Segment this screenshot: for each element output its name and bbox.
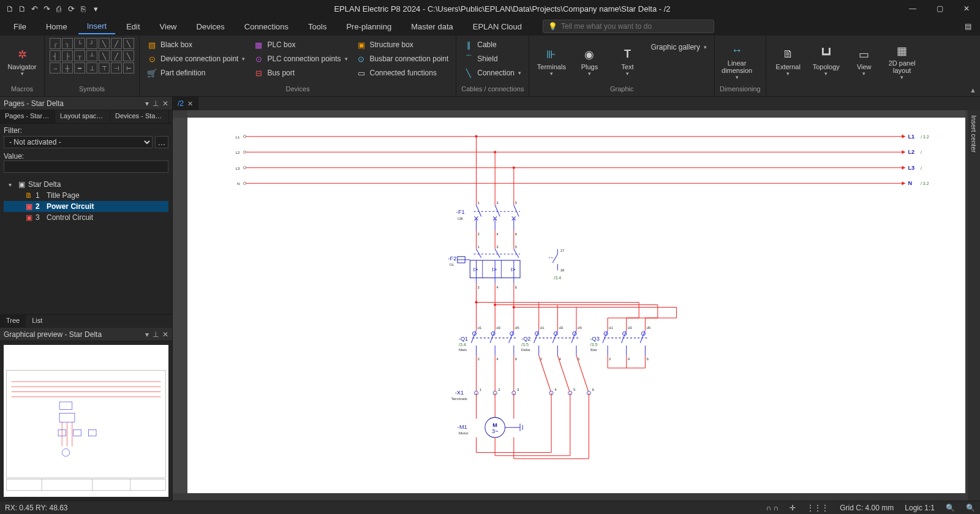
connected-functions-button[interactable]: ▭Connected functions — [354, 66, 451, 80]
grid-icon[interactable]: ⋮⋮⋮ — [807, 504, 829, 512]
crosshair-icon[interactable]: ✛ — [790, 504, 796, 512]
symbol-cell[interactable]: ├ — [62, 50, 73, 61]
structure-box-button[interactable]: ▣Structure box — [354, 38, 451, 51]
close-button[interactable]: ✕ — [953, 0, 980, 17]
preview-canvas[interactable] — [4, 345, 168, 497]
linear-dimension-button[interactable]: ↔Linear dimension▾ — [720, 38, 754, 82]
ribbon-collapse-icon[interactable]: ▲ — [970, 86, 976, 94]
qat-dropdown-icon[interactable]: ▾ — [91, 4, 100, 13]
tell-me-search[interactable]: 💡 — [543, 20, 714, 33]
symbol-cell[interactable]: ┌ — [50, 38, 61, 49]
snap-icon[interactable]: ∩ ∩ — [766, 504, 779, 512]
panel-pin-icon[interactable]: ⊥ — [153, 330, 159, 339]
qat-refresh-icon[interactable]: ⟳ — [66, 4, 76, 13]
tree-item-1[interactable]: 🗎 1 Title Page — [4, 190, 168, 201]
qat-redo-icon[interactable]: ↷ — [42, 4, 51, 13]
symbol-cell[interactable]: ┤ — [50, 50, 61, 61]
panel-2d-button[interactable]: ▦2D panel layout▾ — [885, 38, 919, 82]
footer-tab-tree[interactable]: Tree — [0, 315, 26, 328]
view-button[interactable]: ▭View▾ — [847, 38, 881, 82]
tab-tools[interactable]: Tools — [300, 20, 335, 34]
value-input[interactable] — [4, 161, 168, 173]
symbol-cell[interactable]: ┐ — [62, 38, 73, 49]
busbar-conn-point-button[interactable]: ⊙Busbar connection point — [354, 52, 451, 66]
doc-tab-2[interactable]: /2 ✕ — [173, 97, 198, 110]
ribbon-options-icon[interactable]: ▤ — [965, 22, 971, 31]
tab-edit[interactable]: Edit — [118, 20, 148, 34]
black-box-button[interactable]: ▧Black box — [145, 38, 247, 51]
filter-more-button[interactable]: … — [155, 136, 168, 148]
minimize-button[interactable]: — — [899, 0, 926, 17]
tab-view[interactable]: View — [151, 20, 186, 34]
symbol-cell[interactable]: ╱ — [111, 50, 122, 61]
symbol-cell[interactable]: ⊣ — [111, 62, 122, 74]
symbol-cell[interactable]: ╲ — [99, 50, 110, 61]
zoom-out-icon[interactable]: 🔍 — [946, 504, 955, 512]
tell-me-input[interactable] — [561, 22, 709, 31]
plc-box-button[interactable]: ▦PLC box — [251, 38, 350, 51]
panel-dropdown-icon[interactable]: ▾ — [145, 99, 149, 108]
topology-button[interactable]: ┗┛Topology▾ — [809, 38, 843, 82]
symbol-cell[interactable]: ⊤ — [99, 62, 110, 74]
bus-port-button[interactable]: ⊟Bus port — [251, 66, 350, 80]
navigator-button[interactable]: ✲ Navigator ▾ — [5, 38, 39, 82]
tab-connections[interactable]: Connections — [236, 20, 297, 34]
panel-pin-icon[interactable]: ⊥ — [153, 99, 159, 108]
pages-tab-layout[interactable]: Layout space - … — [55, 110, 110, 123]
tab-devices[interactable]: Devices — [188, 20, 233, 34]
symbol-cell[interactable]: ┴ — [86, 50, 97, 61]
device-conn-point-button[interactable]: ⊙Device connection point▾ — [145, 52, 247, 66]
qat-undo-icon[interactable]: ↶ — [29, 4, 39, 13]
tree-item-3[interactable]: ▣ 3 Control Circuit — [4, 212, 168, 223]
qat-print-icon[interactable]: ⎙ — [54, 4, 64, 13]
part-definition-button[interactable]: 🛒Part definition — [145, 66, 247, 80]
terminals-button[interactable]: ⊪Terminals▾ — [534, 38, 568, 82]
tree-twisty-icon[interactable]: ▾ — [9, 181, 15, 188]
text-button[interactable]: TText▾ — [610, 38, 644, 82]
footer-tab-list[interactable]: List — [26, 315, 48, 328]
tab-file[interactable]: File — [5, 20, 35, 34]
symbol-cell[interactable]: ╲ — [123, 50, 134, 61]
maximize-button[interactable]: ▢ — [926, 0, 953, 17]
zoom-fit-icon[interactable]: 🔍 — [966, 504, 975, 512]
shield-button[interactable]: ⌒Shield — [461, 52, 524, 66]
qat-open-icon[interactable]: 🗋 — [17, 4, 27, 13]
symbol-cell[interactable]: ┘ — [86, 38, 97, 49]
symbol-cell[interactable]: ⊥ — [86, 62, 97, 74]
part-definition-label: Part definition — [160, 69, 205, 77]
plugs-button[interactable]: ◉Plugs▾ — [572, 38, 606, 82]
symbol-cell[interactable]: ╲ — [123, 38, 134, 49]
symbol-cell[interactable]: ⊢ — [123, 62, 134, 74]
insert-center-tab[interactable]: Insert center — [968, 110, 980, 501]
qat-new-icon[interactable]: 🗋 — [5, 4, 15, 13]
symbol-cell[interactable]: ╲ — [99, 38, 110, 49]
symbol-cell[interactable]: ╱ — [111, 38, 122, 49]
tab-eplancloud[interactable]: EPLAN Cloud — [464, 20, 530, 34]
cable-button[interactable]: ‖Cable — [461, 38, 524, 51]
tree-item-2[interactable]: ▣ 2 Power Circuit — [4, 201, 168, 212]
panel-close-icon[interactable]: ✕ — [162, 99, 168, 108]
tab-insert[interactable]: Insert — [78, 19, 116, 34]
symbol-cell[interactable]: └ — [74, 38, 85, 49]
tab-masterdata[interactable]: Master data — [402, 20, 462, 34]
symbol-cell[interactable]: ┼ — [62, 62, 73, 74]
pages-tab-devices[interactable]: Devices - Star … — [110, 110, 169, 123]
qat-macro-icon[interactable]: ⎘ — [78, 4, 88, 13]
external-button[interactable]: 🗎External▾ — [771, 38, 805, 82]
connection-button[interactable]: ╲Connection▾ — [461, 66, 524, 80]
filter-select[interactable]: - Not activated - — [4, 136, 153, 148]
tab-home[interactable]: Home — [37, 20, 76, 34]
pages-tab-pages[interactable]: Pages - Star D… — [0, 110, 55, 123]
tree-root[interactable]: ▾ ▣ Star Delta — [4, 179, 168, 190]
drawing-canvas[interactable]: L1L1/ 3.2L2L2/L3L3/NN/ 3.2 123456-F1CB12… — [187, 118, 965, 493]
symbol-cell[interactable]: → — [50, 62, 61, 74]
symbol-cell[interactable]: ━ — [74, 62, 85, 74]
graphic-gallery-button[interactable]: Graphic gallery▾ — [648, 40, 709, 54]
doc-tab-close-icon[interactable]: ✕ — [187, 100, 193, 108]
plc-conn-points-button[interactable]: ⊙PLC connection points▾ — [251, 52, 350, 66]
canvas-viewport[interactable]: L1L1/ 3.2L2L2/L3L3/NN/ 3.2 123456-F1CB12… — [173, 110, 980, 501]
symbol-cell[interactable]: ┬ — [74, 50, 85, 61]
panel-close-icon[interactable]: ✕ — [162, 330, 168, 339]
tab-preplanning[interactable]: Pre-planning — [337, 20, 400, 34]
panel-dropdown-icon[interactable]: ▾ — [145, 330, 149, 339]
